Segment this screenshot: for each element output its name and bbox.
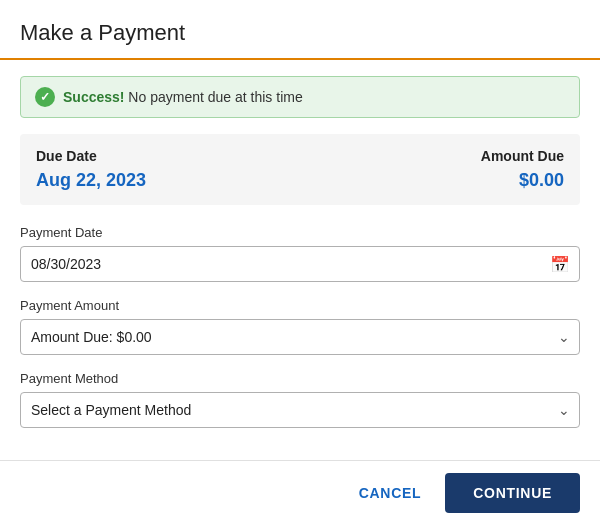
- payment-date-input-wrapper: 📅: [20, 246, 580, 282]
- due-date-label: Due Date: [36, 148, 146, 164]
- amount-due-col: Amount Due $0.00: [481, 148, 564, 191]
- make-a-payment-modal: Make a Payment Success! No payment due a…: [0, 0, 600, 513]
- due-date-col: Due Date Aug 22, 2023: [36, 148, 146, 191]
- payment-method-select[interactable]: Select a Payment Method: [20, 392, 580, 428]
- payment-date-input[interactable]: [20, 246, 580, 282]
- payment-method-label: Payment Method: [20, 371, 580, 386]
- modal-header: Make a Payment: [0, 0, 600, 60]
- payment-method-group: Payment Method Select a Payment Method ⌄: [20, 371, 580, 428]
- success-strong: Success!: [63, 89, 124, 105]
- amount-due-label: Amount Due: [481, 148, 564, 164]
- due-info-box: Due Date Aug 22, 2023 Amount Due $0.00: [20, 134, 580, 205]
- modal-footer: CANCEL CONTINUE: [0, 460, 600, 513]
- amount-due-value: $0.00: [481, 170, 564, 191]
- continue-button[interactable]: CONTINUE: [445, 473, 580, 513]
- payment-amount-group: Payment Amount Amount Due: $0.00 Other A…: [20, 298, 580, 355]
- payment-amount-select[interactable]: Amount Due: $0.00 Other Amount: [20, 319, 580, 355]
- success-text: Success! No payment due at this time: [63, 89, 303, 105]
- modal-body: Success! No payment due at this time Due…: [0, 60, 600, 460]
- success-icon: [35, 87, 55, 107]
- payment-date-group: Payment Date 📅: [20, 225, 580, 282]
- success-banner: Success! No payment due at this time: [20, 76, 580, 118]
- payment-amount-label: Payment Amount: [20, 298, 580, 313]
- payment-date-label: Payment Date: [20, 225, 580, 240]
- due-date-value: Aug 22, 2023: [36, 170, 146, 191]
- success-message: No payment due at this time: [124, 89, 302, 105]
- payment-amount-select-wrapper: Amount Due: $0.00 Other Amount ⌄: [20, 319, 580, 355]
- modal-title: Make a Payment: [20, 20, 580, 46]
- cancel-button[interactable]: CANCEL: [351, 475, 430, 511]
- payment-method-select-wrapper: Select a Payment Method ⌄: [20, 392, 580, 428]
